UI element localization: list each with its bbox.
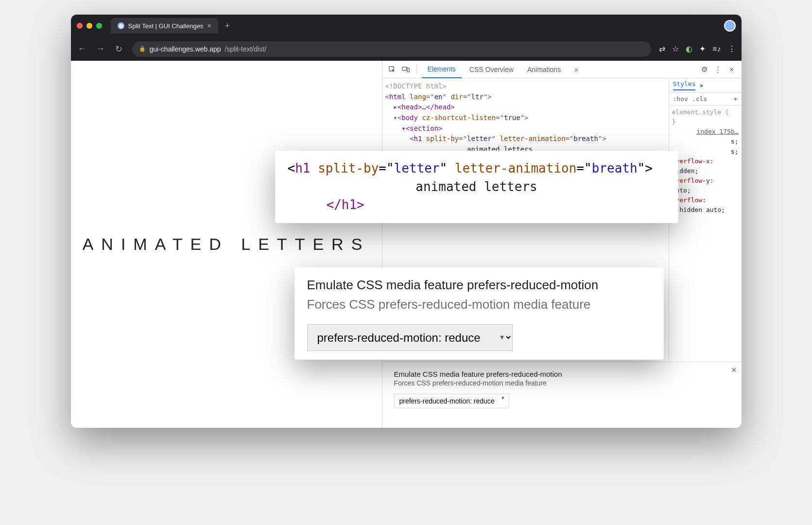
callout-rendering-subtitle: Forces CSS prefers-reduced-motion media …: [307, 296, 651, 313]
code-line-open: <h1 split-by="letter" letter-animation="…: [288, 159, 666, 178]
new-rule-button[interactable]: +: [734, 95, 738, 103]
devtools-tab-css-overview[interactable]: CSS Overview: [464, 61, 519, 78]
dom-doctype: <!DOCTYPE html>: [385, 81, 669, 92]
callout-rendering-title: Emulate CSS media feature prefers-reduce…: [307, 276, 651, 294]
dom-head: ▸<head>…</head>: [385, 102, 669, 113]
kebab-icon[interactable]: ⋮: [712, 64, 724, 75]
devtools-tabbar: Elements CSS Overview Animations » ⚙ ⋮ ×: [382, 61, 742, 78]
favicon-icon: ⬤: [118, 22, 124, 29]
callout-select-wrap: prefers-reduced-motion: reduce: [307, 324, 513, 351]
browser-tab[interactable]: ⬤ Split Text | GUI Challenges ×: [111, 18, 218, 34]
callout-code-snippet: <h1 split-by="letter" letter-animation="…: [275, 151, 678, 223]
css-rule: overflow-x: hidden;: [672, 157, 739, 176]
bookmark-icon[interactable]: ☆: [672, 44, 679, 53]
element-style-open: element.style {: [672, 107, 739, 117]
devtools-tabs-more[interactable]: »: [569, 61, 584, 78]
styles-tabs: Styles »: [669, 78, 742, 93]
close-devtools-button[interactable]: ×: [726, 64, 738, 75]
styles-pane: Styles » :hov .cls + element.style { } i…: [669, 78, 742, 362]
toolbar-right: ⇄ ☆ ◐ ✦ ≡♪ ⋮: [659, 44, 735, 53]
inspect-icon[interactable]: [386, 64, 398, 75]
forward-button[interactable]: →: [95, 44, 106, 54]
dom-body-open: ▾<body cz-shortcut-listen="true">: [385, 113, 669, 123]
svg-rect-1: [407, 68, 409, 72]
devtools-tab-elements[interactable]: Elements: [422, 61, 462, 78]
svg-rect-0: [402, 67, 407, 70]
css-rule: overflow-y: auto;: [672, 176, 739, 195]
devtools-panel: Elements CSS Overview Animations » ⚙ ⋮ ×…: [382, 61, 742, 428]
reduced-motion-select[interactable]: prefers-reduced-motion: reduce: [394, 394, 509, 408]
tab-strip: ⬤ Split Text | GUI Challenges × +: [71, 15, 742, 37]
rendering-subtitle: Forces CSS prefers-reduced-motion media …: [394, 379, 730, 387]
rendering-drawer: × Emulate CSS media feature prefers-redu…: [382, 362, 742, 428]
css-rule: overflow: ▸ hidden auto;: [672, 195, 739, 215]
lock-icon: 🔒: [139, 46, 146, 52]
toolbar: ← → ↻ 🔒 gui-challenges.web.app/split-tex…: [71, 37, 742, 61]
styles-rules[interactable]: element.style { } index 175b… s; s; over…: [669, 105, 742, 217]
dom-html-open: <html lang="en" dir="ltr">: [385, 92, 669, 103]
dom-section: ▾<section>: [385, 123, 669, 134]
browser-chrome: ⬤ Split Text | GUI Challenges × + ← → ↻ …: [71, 15, 742, 61]
back-button[interactable]: ←: [77, 44, 87, 54]
styles-filter-row: :hov .cls +: [669, 93, 742, 105]
callout-rendering: Emulate CSS media feature prefers-reduce…: [294, 267, 664, 360]
window-controls: [77, 23, 102, 29]
styles-tabs-more[interactable]: »: [699, 82, 703, 89]
styles-tab[interactable]: Styles: [673, 80, 696, 90]
code-line-text: animated letters: [288, 178, 666, 196]
callout-reduced-motion-select[interactable]: prefers-reduced-motion: reduce: [307, 324, 513, 351]
close-drawer-button[interactable]: ×: [731, 365, 737, 375]
tab-title: Split Text | GUI Challenges: [128, 22, 204, 30]
reduced-motion-select-wrap: prefers-reduced-motion: reduce: [394, 387, 509, 408]
profile-avatar[interactable]: [724, 20, 736, 32]
extensions-icon[interactable]: ✦: [699, 44, 706, 53]
close-tab-button[interactable]: ×: [207, 22, 211, 30]
element-style-close: }: [672, 117, 739, 127]
new-tab-button[interactable]: +: [222, 21, 233, 31]
hov-toggle[interactable]: :hov: [673, 95, 688, 103]
rendering-title: Emulate CSS media feature prefers-reduce…: [394, 370, 730, 378]
translate-icon[interactable]: ⇄: [659, 44, 665, 53]
maximize-window-button[interactable]: [96, 23, 102, 29]
extension-icon[interactable]: ◐: [686, 44, 692, 53]
dom-h1: <h1 split-by="letter" letter-animation="…: [385, 134, 669, 144]
browser-window: ⬤ Split Text | GUI Challenges × + ← → ↻ …: [71, 15, 742, 428]
device-toggle-icon[interactable]: [400, 64, 412, 75]
media-icon[interactable]: ≡♪: [712, 45, 721, 53]
reload-button[interactable]: ↻: [114, 44, 124, 54]
page-heading: ANIMATED LETTERS: [83, 235, 370, 254]
devtools-tab-animations[interactable]: Animations: [521, 61, 567, 78]
viewport: ANIMATED LETTERS Elements CSS Overview A…: [71, 61, 742, 428]
minimize-window-button[interactable]: [86, 23, 92, 29]
rule-cut-1: s;: [672, 137, 739, 146]
page-content: ANIMATED LETTERS: [71, 61, 382, 428]
url-path: /split-text/dist/: [225, 45, 267, 53]
url-host: gui-challenges.web.app: [150, 45, 221, 53]
settings-icon[interactable]: ⚙: [699, 64, 710, 75]
rule-cut-2: s;: [672, 147, 739, 157]
style-source[interactable]: index 175b…: [672, 127, 739, 137]
menu-icon[interactable]: ⋮: [728, 44, 736, 53]
address-bar[interactable]: 🔒 gui-challenges.web.app/split-text/dist…: [132, 41, 652, 57]
close-window-button[interactable]: [77, 23, 83, 29]
code-line-close: </h1>: [288, 196, 666, 214]
cls-toggle[interactable]: .cls: [692, 95, 707, 103]
